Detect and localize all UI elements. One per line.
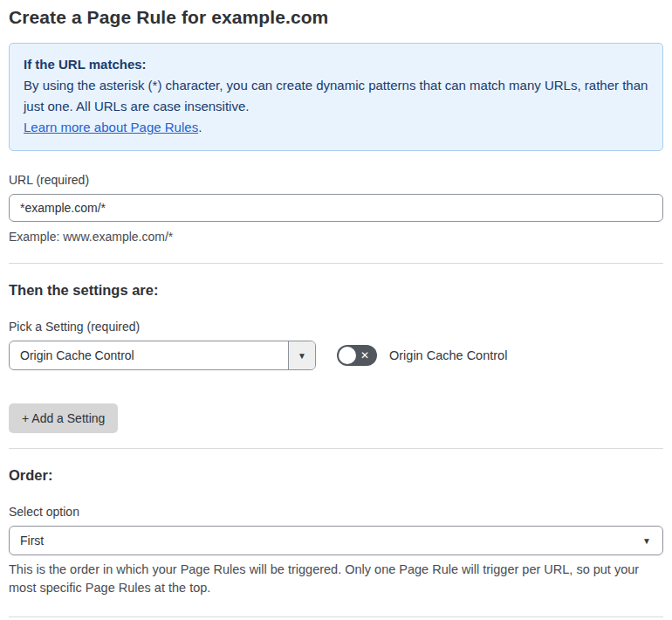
page-title: Create a Page Rule for example.com: [9, 7, 663, 28]
toggle-label: Origin Cache Control: [389, 348, 507, 362]
setting-select-value: Origin Cache Control: [10, 348, 134, 362]
order-select-label: Select option: [9, 505, 663, 519]
order-section-heading: Order:: [9, 467, 663, 484]
chevron-down-icon: ▼: [642, 536, 651, 546]
divider: [9, 617, 663, 617]
order-helper-text: This is the order in which your Page Rul…: [9, 561, 663, 597]
toggle-knob: [339, 347, 356, 364]
info-box-link-line: Learn more about Page Rules.: [24, 117, 648, 138]
origin-cache-control-toggle[interactable]: ✕: [337, 345, 377, 366]
link-period: .: [198, 120, 202, 134]
url-example-helper: Example: www.example.com/*: [9, 228, 663, 246]
divider: [9, 263, 663, 264]
order-select[interactable]: First ▼: [9, 526, 663, 555]
url-input[interactable]: [9, 194, 663, 222]
order-select-value: First: [10, 534, 44, 548]
setting-row: Origin Cache Control ▼ ✕ Origin Cache Co…: [9, 341, 663, 370]
pick-setting-label: Pick a Setting (required): [9, 320, 663, 334]
info-box-body: By using the asterisk (*) character, you…: [24, 75, 648, 117]
learn-more-link[interactable]: Learn more about Page Rules: [24, 120, 198, 134]
chevron-down-icon[interactable]: ▼: [288, 341, 315, 369]
url-match-info-box: If the URL matches: By using the asteris…: [9, 43, 663, 151]
settings-section-heading: Then the settings are:: [9, 282, 663, 299]
setting-select[interactable]: Origin Cache Control ▼: [9, 341, 316, 370]
create-page-rule-form: Create a Page Rule for example.com If th…: [0, 0, 672, 620]
divider: [9, 448, 663, 449]
info-box-heading: If the URL matches:: [24, 54, 648, 75]
add-setting-button[interactable]: + Add a Setting: [9, 403, 118, 433]
url-field-label: URL (required): [9, 173, 663, 187]
toggle-off-x-icon: ✕: [360, 350, 369, 361]
